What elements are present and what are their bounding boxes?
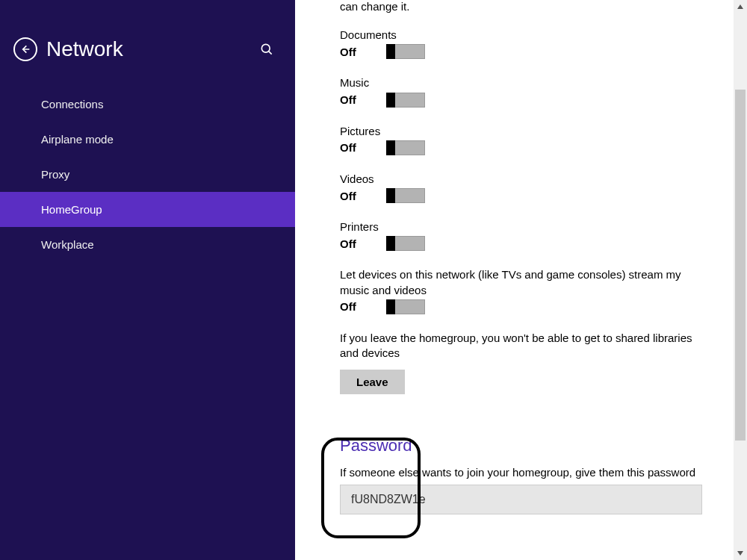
toggle-knob: [386, 44, 395, 59]
sidebar-nav: Connections Airplane mode Proxy HomeGrou…: [0, 84, 295, 262]
sidebar-item-label: Workplace: [41, 238, 94, 251]
sidebar-item-homegroup[interactable]: HomeGroup: [0, 192, 295, 227]
homegroup-password-field[interactable]: [340, 485, 702, 514]
toggle-switch-documents[interactable]: [386, 44, 425, 59]
toggle-knob: [386, 93, 395, 108]
sidebar-item-label: Airplane mode: [41, 133, 114, 146]
toggle-knob: [386, 299, 395, 314]
toggle-documents: Documents Off: [340, 28, 702, 59]
password-section: Password If someone else wants to join y…: [340, 436, 702, 514]
leave-description: If you leave the homegroup, you won't be…: [340, 331, 702, 361]
sidebar-item-label: Proxy: [41, 168, 69, 181]
settings-sidebar: Network Connections Airplane mode Proxy …: [0, 0, 295, 560]
toggle-state: Off: [340, 300, 370, 313]
sidebar-item-connections[interactable]: Connections: [0, 87, 295, 122]
toggle-switch-printers[interactable]: [386, 236, 425, 251]
toggle-switch-pictures[interactable]: [386, 140, 425, 155]
sidebar-item-airplane-mode[interactable]: Airplane mode: [0, 122, 295, 157]
toggle-label: Music: [340, 75, 702, 90]
toggle-knob: [386, 140, 395, 155]
scroll-thumb[interactable]: [735, 90, 746, 441]
toggle-state: Off: [340, 141, 370, 154]
vertical-scrollbar[interactable]: [734, 0, 747, 560]
scroll-up-arrow-icon[interactable]: [734, 0, 747, 13]
svg-line-1: [269, 52, 272, 55]
toggle-pictures: Pictures Off: [340, 124, 702, 155]
back-button[interactable]: [13, 37, 37, 61]
password-description: If someone else wants to join your homeg…: [340, 466, 702, 479]
toggle-label: Documents: [340, 28, 702, 43]
scroll-down-arrow-icon[interactable]: [734, 547, 747, 560]
password-heading: Password: [340, 436, 702, 455]
sidebar-item-workplace[interactable]: Workplace: [0, 227, 295, 262]
sidebar-title: Network: [46, 37, 259, 61]
sidebar-item-label: Connections: [41, 98, 103, 111]
sidebar-item-proxy[interactable]: Proxy: [0, 157, 295, 192]
toggle-label: Videos: [340, 172, 702, 187]
toggle-switch-media-streaming[interactable]: [386, 299, 425, 314]
toggle-label: Let devices on this network (like TVs an…: [340, 267, 702, 298]
toggle-music: Music Off: [340, 75, 702, 107]
toggle-label: Printers: [340, 220, 702, 234]
toggle-knob: [386, 188, 395, 203]
toggle-videos: Videos Off: [340, 172, 702, 203]
content-pane: can change it. Documents Off Music Off P…: [295, 0, 747, 560]
intro-text-tail: can change it.: [340, 0, 702, 28]
toggle-state: Off: [340, 237, 370, 250]
toggle-state: Off: [340, 93, 370, 106]
svg-point-0: [261, 44, 270, 52]
back-arrow-icon: [19, 43, 31, 55]
toggle-media-streaming: Let devices on this network (like TVs an…: [340, 267, 702, 314]
search-icon[interactable]: [259, 42, 274, 57]
toggle-knob: [386, 236, 395, 251]
sidebar-item-label: HomeGroup: [41, 203, 102, 216]
toggle-state: Off: [340, 46, 370, 58]
leave-button[interactable]: Leave: [340, 370, 405, 394]
toggle-state: Off: [340, 190, 370, 202]
toggle-switch-videos[interactable]: [386, 188, 425, 203]
toggle-switch-music[interactable]: [386, 93, 425, 108]
toggle-printers: Printers Off: [340, 220, 702, 251]
toggle-label: Pictures: [340, 124, 702, 139]
